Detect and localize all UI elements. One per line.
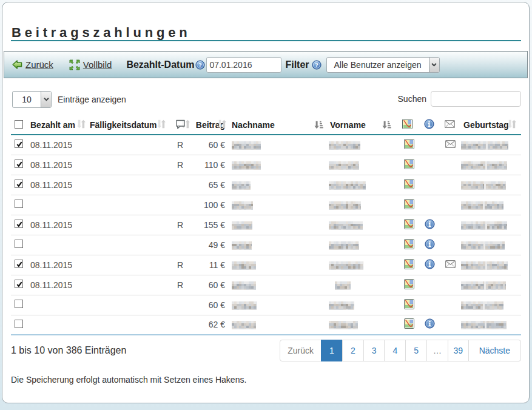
chart-icon[interactable]: [404, 279, 414, 289]
first-name-cell-redacted: [326, 275, 396, 295]
header-mail[interactable]: [439, 117, 460, 135]
pagination-item[interactable]: 39: [448, 340, 469, 361]
chart-icon[interactable]: [404, 179, 414, 189]
redacted-text-mosaic: [329, 220, 363, 229]
chart-cell: [396, 175, 419, 195]
search-input[interactable]: [431, 91, 521, 107]
info-cell: [419, 235, 439, 255]
chart-icon[interactable]: [404, 259, 414, 269]
header-due-date[interactable]: Fälligkeitsdatum: [86, 117, 171, 135]
select-all-checkbox[interactable]: [15, 120, 23, 129]
header-birthday[interactable]: Geburtstag: [460, 117, 521, 135]
due-date-cell: [86, 235, 171, 255]
pagination-item[interactable]: 1: [322, 340, 343, 361]
row-select-cell: [11, 275, 27, 295]
header-first-name[interactable]: Vorname: [326, 117, 396, 135]
row-select-cell: [11, 235, 27, 255]
chart-icon[interactable]: [404, 239, 414, 249]
info-icon[interactable]: [425, 259, 435, 269]
header-last-name[interactable]: Nachname: [228, 117, 326, 135]
info-icon[interactable]: [425, 239, 435, 249]
pagination-link[interactable]: 39: [448, 340, 469, 361]
row-checkbox[interactable]: [15, 220, 23, 228]
mail-icon[interactable]: [445, 260, 456, 268]
header-amount[interactable]: Beitrag: [189, 117, 228, 135]
last-name-cell-redacted: [228, 275, 326, 295]
birthday-cell-redacted: [460, 175, 521, 195]
chart-icon[interactable]: [404, 159, 414, 169]
row-checkbox[interactable]: [15, 240, 23, 248]
pagination-item[interactable]: Zurück: [280, 340, 322, 361]
row-checkbox[interactable]: [15, 180, 23, 188]
pagination-item[interactable]: …: [427, 340, 448, 361]
pagination-item[interactable]: 4: [385, 340, 406, 361]
chart-icon[interactable]: [404, 219, 414, 229]
chart-cell: [396, 255, 419, 275]
pagination-item[interactable]: Nächste: [469, 340, 521, 361]
mail-icon[interactable]: [445, 140, 456, 148]
paid-date-label: Bezahlt-Datum: [126, 59, 194, 70]
chart-icon[interactable]: [404, 299, 414, 309]
pagination-link[interactable]: 2: [342, 340, 364, 361]
page-length-select[interactable]: 10: [12, 91, 52, 108]
row-checkbox[interactable]: [15, 260, 23, 268]
amount-cell: 60 €: [189, 295, 228, 315]
header-chart[interactable]: [396, 117, 419, 135]
pagination-item[interactable]: 5: [406, 340, 427, 361]
row-select-cell: [11, 155, 27, 175]
help-icon[interactable]: ?: [195, 60, 205, 70]
due-date-cell: [86, 215, 171, 235]
pagination-link[interactable]: …: [426, 340, 448, 361]
due-date-cell: [86, 275, 171, 295]
redacted-text-mosaic: [335, 280, 351, 289]
paid-date-input[interactable]: [206, 57, 281, 73]
pagination-item[interactable]: 3: [364, 340, 385, 361]
chart-icon[interactable]: [404, 199, 414, 209]
row-select-cell: [11, 315, 27, 335]
pagination-link[interactable]: 5: [405, 340, 427, 361]
row-checkbox[interactable]: [15, 280, 23, 288]
fullscreen-link[interactable]: Vollbild: [69, 59, 112, 70]
pagination-link[interactable]: Zurück: [280, 340, 322, 361]
header-paid-on[interactable]: Bezahlt am: [27, 117, 86, 135]
chart-icon[interactable]: [404, 139, 414, 149]
birthday-cell-redacted: [460, 295, 521, 315]
redacted-text-mosaic: [461, 280, 506, 289]
row-checkbox[interactable]: [15, 160, 23, 168]
pagination-link[interactable]: Nächste: [468, 340, 521, 361]
redacted-text-mosaic: [232, 200, 253, 209]
paid-on-cell: 08.11.2015: [27, 275, 86, 295]
chart-cell: [396, 135, 419, 155]
last-name-cell-redacted: [228, 215, 326, 235]
header-remark[interactable]: [171, 117, 189, 135]
remark-cell: R: [171, 275, 189, 295]
mail-cell: [439, 135, 460, 155]
help-icon[interactable]: ?: [312, 60, 322, 70]
row-checkbox[interactable]: [15, 139, 23, 148]
table-row: 08.11.2015 R 110 €: [11, 155, 521, 175]
pagination-link[interactable]: 3: [363, 340, 385, 361]
redacted-text-mosaic: [461, 180, 506, 189]
back-link[interactable]: Zurück: [12, 59, 53, 70]
redacted-text-mosaic: [461, 160, 507, 169]
row-checkbox[interactable]: [15, 320, 23, 328]
chart-icon: [402, 119, 412, 129]
pagination-item[interactable]: 2: [343, 340, 364, 361]
birthday-cell-redacted: [460, 235, 521, 255]
pagination-link[interactable]: 1: [321, 340, 343, 361]
info-icon[interactable]: [425, 219, 435, 229]
filter-select[interactable]: Alle Benutzer anzeigen: [326, 57, 440, 73]
info-icon[interactable]: [425, 318, 435, 329]
first-name-cell-redacted: [326, 155, 396, 175]
row-checkbox[interactable]: [15, 200, 23, 208]
fullscreen-link-label: Vollbild: [83, 59, 112, 70]
mail-cell: [439, 315, 460, 335]
redacted-text-mosaic: [232, 280, 256, 289]
row-checkbox[interactable]: [15, 300, 23, 308]
chart-icon[interactable]: [404, 318, 414, 329]
due-date-cell: [86, 135, 171, 155]
header-first-name-label: Vorname: [330, 120, 366, 130]
chart-cell: [396, 155, 419, 175]
pagination-link[interactable]: 4: [384, 340, 406, 361]
header-info[interactable]: [419, 117, 439, 135]
